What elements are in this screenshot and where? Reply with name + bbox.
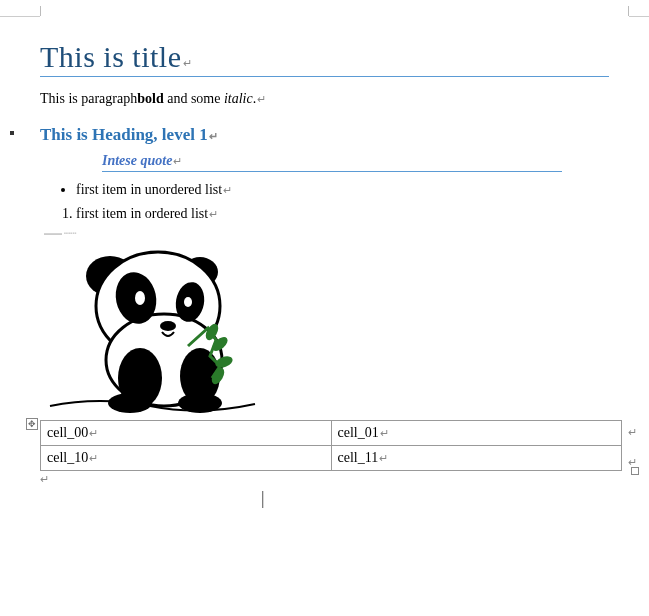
pilcrow-icon: ↵ <box>379 452 388 464</box>
paragraph-text-1[interactable]: This is paragraph <box>40 91 137 106</box>
document-page[interactable]: This is title↵ This is paragraphbold and… <box>0 0 649 496</box>
pilcrow-icon: ↵ <box>209 208 218 220</box>
pilcrow-icon: ↵ <box>173 155 182 167</box>
pilcrow-icon: ↵ <box>209 130 218 142</box>
cell-text[interactable]: cell_10 <box>47 450 88 465</box>
text-cursor-icon: │ <box>258 492 268 508</box>
pilcrow-icon: ↵ <box>257 93 266 105</box>
row-end-mark: ↵ <box>628 426 637 439</box>
pilcrow-icon: ↵ <box>89 452 98 464</box>
list-item-text[interactable]: first item in unordered list <box>76 182 222 197</box>
table-row[interactable]: cell_00↵ cell_01↵ <box>41 421 622 446</box>
list-item[interactable]: first item in ordered list↵ <box>76 206 609 222</box>
pilcrow-icon: ↵ <box>40 473 49 485</box>
table-resize-handle-icon[interactable] <box>631 467 639 475</box>
cell-text[interactable]: cell_11 <box>338 450 379 465</box>
cell-text[interactable]: cell_00 <box>47 425 88 440</box>
document-table[interactable]: cell_00↵ cell_01↵ cell_10↵ cell_11↵ <box>40 420 622 471</box>
ordered-list[interactable]: first item in ordered list↵ <box>76 206 609 222</box>
svg-point-8 <box>160 321 176 331</box>
intense-quote[interactable]: Intese quote↵ <box>102 151 562 172</box>
list-item[interactable]: first item in unordered list↵ <box>76 182 609 198</box>
table-row[interactable]: cell_10↵ cell_11↵ <box>41 446 622 471</box>
svg-point-6 <box>135 291 145 305</box>
svg-point-12 <box>178 393 222 413</box>
embedded-image[interactable]: ▬▬▬ ▪▪▪▪▪▪ <box>40 228 260 418</box>
unordered-list[interactable]: first item in unordered list↵ <box>76 182 609 198</box>
pilcrow-icon: ↵ <box>380 427 389 439</box>
cell-text[interactable]: cell_01 <box>338 425 379 440</box>
table-cell[interactable]: cell_01↵ <box>331 421 622 446</box>
table-cell[interactable]: cell_00↵ <box>41 421 332 446</box>
list-item-text[interactable]: first item in ordered list <box>76 206 208 221</box>
panda-icon <box>40 228 260 418</box>
table-cell[interactable]: cell_10↵ <box>41 446 332 471</box>
heading-1-text[interactable]: This is Heading, level 1 <box>40 125 208 144</box>
heading-1[interactable]: This is Heading, level 1↵ <box>40 125 609 145</box>
quote-text[interactable]: Intese quote <box>102 153 172 168</box>
paragraph[interactable]: This is paragraphbold and some italic.↵ <box>40 91 609 107</box>
paragraph-italic[interactable]: italic <box>224 91 253 106</box>
table-move-handle-icon[interactable]: ✥ <box>26 418 38 430</box>
document-title[interactable]: This is title↵ <box>40 40 609 77</box>
title-text[interactable]: This is title <box>40 40 182 73</box>
paragraph-text-3[interactable]: . <box>253 91 257 106</box>
table-cell[interactable]: cell_11↵ <box>331 446 622 471</box>
pilcrow-icon: ↵ <box>183 57 193 69</box>
table-container: ✥ cell_00↵ cell_01↵ cell_10↵ cell_11↵ ↵ … <box>40 420 609 471</box>
paragraph-bold[interactable]: bold <box>137 91 163 106</box>
pilcrow-icon: ↵ <box>223 184 232 196</box>
empty-paragraph[interactable]: ↵ <box>40 473 609 486</box>
svg-point-7 <box>184 297 192 307</box>
svg-point-11 <box>108 393 152 413</box>
heading-marker-icon <box>10 131 14 135</box>
pilcrow-icon: ↵ <box>89 427 98 439</box>
paragraph-text-2[interactable]: and some <box>164 91 224 106</box>
